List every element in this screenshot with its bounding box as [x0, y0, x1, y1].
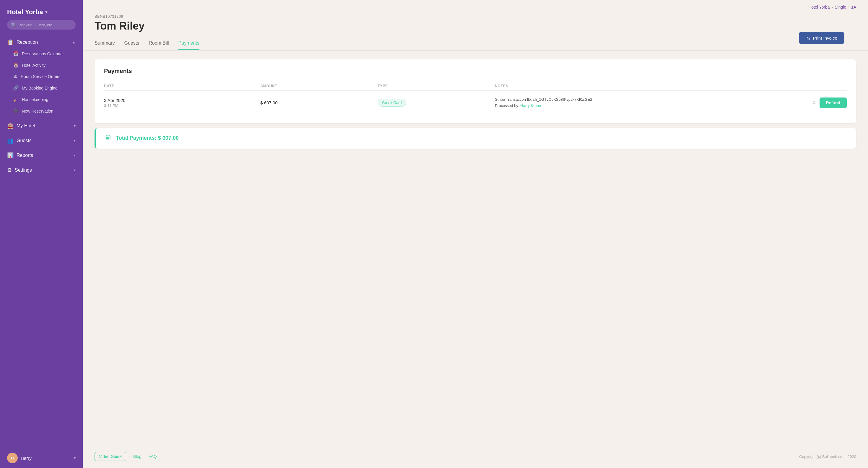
hotel-activity-icon: 🏠: [13, 62, 19, 68]
hotel-activity-label: Hotel Activity: [22, 63, 45, 68]
settings-chevron: ▾: [74, 168, 75, 172]
transaction-label: Stripe Transaction ID:: [495, 97, 532, 102]
search-icon: 🔍: [11, 23, 16, 27]
brand-chevron: ▾: [45, 10, 47, 14]
sidebar-section-reports: 📊 Reports ▾: [0, 148, 83, 162]
payments-card: Payments DATE AMOUNT TYPE NOTES 3 Apr 20…: [95, 59, 856, 123]
tab-summary[interactable]: Summary: [95, 40, 115, 50]
processed-line: Processed by: Harry Krane: [495, 103, 730, 109]
tab-payments[interactable]: Payments: [179, 40, 199, 50]
faq-link[interactable]: FAQ: [149, 454, 157, 459]
sidebar-header: Hotel Yorba ▾ 🔍 Booking, Guest, etc.: [0, 0, 83, 34]
page-footer: Video Guide · Blog · FAQ Copyright (c) B…: [83, 445, 868, 468]
print-icon: 🖨: [806, 35, 810, 40]
search-box[interactable]: 🔍 Booking, Guest, etc.: [7, 20, 75, 30]
booking-engine-icon: 🔗: [13, 85, 19, 91]
col-notes: NOTES: [495, 84, 730, 88]
guests-label: Guests: [17, 138, 32, 143]
reception-title: 📋 Reception: [7, 39, 38, 45]
reception-icon: 📋: [7, 39, 13, 45]
sidebar-user-footer[interactable]: H Harry ▾: [0, 447, 83, 468]
processed-by-link[interactable]: Harry Krane: [520, 103, 541, 108]
top-bar: Hotel Yorba › Single › 1A: [83, 0, 868, 9]
refund-col: ⧉ Refund: [730, 97, 847, 108]
user-name: Harry: [21, 456, 71, 461]
reports-chevron: ▾: [74, 153, 75, 157]
bank-icon: 🏛: [105, 134, 112, 142]
guests-icon: 👥: [7, 137, 13, 144]
avatar: H: [7, 453, 18, 463]
tab-room-bill[interactable]: Room Bill: [149, 40, 169, 50]
settings-icon: ⚙: [7, 167, 12, 174]
brand-name: Hotel Yorba: [7, 8, 43, 16]
guest-info: BBNB10731709 Tom Riley: [95, 14, 145, 32]
calendar-icon: 📅: [13, 51, 19, 56]
copyright: Copyright (c) Bellebnb.com, 2020: [799, 455, 856, 459]
housekeeping-label: Housekeeping: [22, 97, 49, 102]
payment-type-cell: Credit Card: [378, 99, 495, 107]
breadcrumb-room[interactable]: 1A: [851, 5, 856, 9]
print-invoice-button[interactable]: 🖨 Print Invoice: [799, 32, 844, 44]
sidebar-item-room-service-orders[interactable]: 🛎 Room Service Orders: [0, 71, 83, 82]
tab-guests[interactable]: Guests: [124, 40, 139, 50]
brand[interactable]: Hotel Yorba ▾: [7, 8, 75, 16]
blog-link[interactable]: Blog: [133, 454, 142, 459]
footer-sep2: ·: [145, 454, 146, 459]
booking-engine-label: My Booking Engine: [22, 86, 58, 90]
sidebar-section-reception: 📋 Reception ▲ 📅 Reservations Calendar 🏠 …: [0, 34, 83, 118]
table-row: 3 Apr 2020 3:41 PM $ 607.00 Credit Card …: [104, 91, 847, 115]
sidebar-section-my-hotel: 🏨 My Hotel ▾: [0, 118, 83, 133]
my-hotel-header[interactable]: 🏨 My Hotel ▾: [0, 119, 83, 131]
breadcrumb-sep2: ›: [848, 5, 849, 9]
page-header-row: BBNB10731709 Tom Riley 🖨 Print Invoice: [95, 14, 856, 32]
payment-date: 3 Apr 2020: [104, 98, 260, 103]
guests-header[interactable]: 👥 Guests ▾: [0, 134, 83, 146]
sidebar-item-hotel-activity[interactable]: 🏠 Hotel Activity: [0, 59, 83, 71]
reports-header[interactable]: 📊 Reports ▾: [0, 149, 83, 161]
guest-name: Tom Riley: [95, 20, 145, 32]
col-amount: AMOUNT: [260, 84, 378, 88]
processed-label: Processed by:: [495, 103, 519, 108]
copy-icon[interactable]: ⧉: [813, 100, 816, 105]
payments-title: Payments: [104, 68, 847, 74]
my-hotel-chevron: ▾: [74, 124, 75, 128]
total-amount: $ 607.00: [158, 135, 179, 141]
sidebar-section-settings: ⚙ Settings ▾: [0, 162, 83, 177]
room-service-label: Room Service Orders: [21, 74, 61, 79]
new-reservation-icon: ➕: [13, 108, 19, 114]
payment-amount: $ 607.00: [260, 100, 378, 105]
total-label: Total Payments:: [116, 135, 157, 141]
print-invoice-label: Print Invoice: [813, 35, 837, 40]
col-actions: [730, 84, 847, 88]
payment-date-cell: 3 Apr 2020 3:41 PM: [104, 98, 260, 108]
footer-sep1: ·: [129, 454, 130, 459]
search-placeholder: Booking, Guest, etc.: [19, 23, 53, 27]
sidebar: Hotel Yorba ▾ 🔍 Booking, Guest, etc. 📋 R…: [0, 0, 83, 468]
sidebar-item-housekeeping[interactable]: 🧹 Housekeeping: [0, 94, 83, 105]
reports-title: 📊 Reports: [7, 152, 33, 159]
sidebar-item-new-reservation[interactable]: ➕ New Reservation: [0, 105, 83, 117]
settings-header[interactable]: ⚙ Settings ▾: [0, 163, 83, 176]
guests-title: 👥 Guests: [7, 137, 32, 144]
sidebar-item-my-booking-engine[interactable]: 🔗 My Booking Engine: [0, 82, 83, 94]
reception-header[interactable]: 📋 Reception ▲: [0, 35, 83, 48]
video-guide-link[interactable]: Video Guide: [95, 452, 126, 461]
refund-button[interactable]: Refund: [819, 97, 847, 108]
my-hotel-icon: 🏨: [7, 123, 13, 129]
footer-links: Video Guide · Blog · FAQ: [95, 452, 157, 461]
sidebar-item-reservations-calendar[interactable]: 📅 Reservations Calendar: [0, 48, 83, 59]
settings-title: ⚙ Settings: [7, 167, 32, 174]
transaction-line: Stripe Transaction ID: ch_1GTvOcKS58IPvp…: [495, 97, 730, 103]
main-content: Hotel Yorba › Single › 1A BBNB10731709 T…: [83, 0, 868, 468]
payment-time: 3:41 PM: [104, 103, 260, 108]
reports-label: Reports: [17, 153, 33, 158]
payment-type-badge: Credit Card: [378, 99, 406, 107]
total-card: 🏛 Total Payments: $ 607.00: [95, 128, 856, 149]
breadcrumb-room-type[interactable]: Single: [835, 5, 846, 9]
reservations-calendar-label: Reservations Calendar: [22, 52, 64, 56]
settings-label: Settings: [15, 167, 32, 173]
booking-id: BBNB10731709: [95, 14, 145, 19]
breadcrumb-hotel[interactable]: Hotel Yorba: [808, 5, 830, 9]
page-header: BBNB10731709 Tom Riley 🖨 Print Invoice: [83, 9, 868, 32]
sidebar-section-guests: 👥 Guests ▾: [0, 133, 83, 148]
